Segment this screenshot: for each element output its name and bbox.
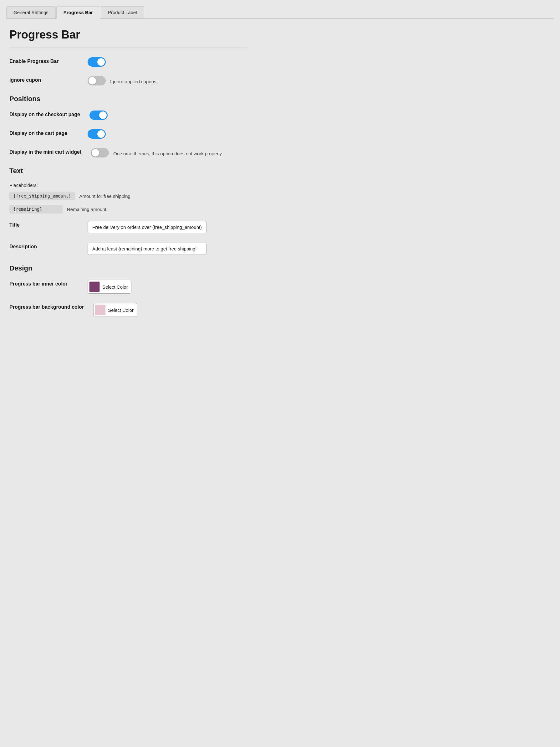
description-label: Description [9,242,78,250]
setting-bg-color: Progress bar background color Select Col… [9,303,247,317]
tabs-bar: General Settings Progress Bar Product La… [6,6,554,19]
setting-ignore-coupon: Ignore cupon Ignore applied cupons. [9,76,247,85]
design-section: Design Progress bar inner color Select C… [9,264,247,317]
description-control [88,242,207,255]
mini-cart-note: On some themes, this option does not wor… [113,150,223,156]
checkout-label: Display on the checkout page [9,110,80,118]
bg-color-swatch [95,305,105,315]
inner-color-button[interactable]: Select Color [88,280,131,294]
setting-title: Title [9,221,247,233]
toggle-thumb-cart [97,130,105,138]
ignore-coupon-control: Ignore applied cupons. [88,76,158,85]
title-input[interactable] [88,221,207,233]
mini-cart-label: Display in the mini cart widget [9,148,81,155]
setting-inner-color: Progress bar inner color Select Color [9,280,247,294]
placeholder-desc-2: Remaining amount. [67,207,108,212]
tab-general-settings[interactable]: General Settings [6,6,56,18]
setting-mini-cart: Display in the mini cart widget On some … [9,148,247,157]
enable-progress-bar-label: Enable Progress Bar [9,57,78,64]
bg-color-label: Progress bar background color [9,303,84,310]
placeholder-badge-2: {remaining} [9,205,62,213]
inner-color-label: Progress bar inner color [9,280,78,287]
mini-cart-toggle[interactable] [91,148,109,157]
description-input[interactable] [88,242,207,255]
checkout-control [89,110,108,120]
setting-cart: Display on the cart page [9,129,247,139]
mini-cart-control: On some themes, this option does not wor… [91,148,223,157]
placeholder-row-1: {free_shipping_amount} Amount for free s… [9,191,247,200]
bg-color-button[interactable]: Select Color [93,303,137,317]
text-section: Text Placeholders: {free_shipping_amount… [9,167,247,255]
tab-product-label[interactable]: Product Label [101,6,144,18]
text-header: Text [9,167,247,175]
cart-control [88,129,106,139]
title-divider [9,48,247,48]
placeholders-label: Placeholders: [9,182,247,188]
toggle-thumb-enable [97,58,105,66]
inner-color-button-label: Select Color [102,284,128,290]
title-control [88,221,207,233]
ignore-coupon-toggle[interactable] [88,76,106,85]
placeholder-row-2: {remaining} Remaining amount. [9,205,247,213]
inner-color-swatch [89,281,100,292]
page-content: Progress Bar Enable Progress Bar Ignore … [6,19,250,339]
page-title: Progress Bar [9,28,247,41]
ignore-coupon-note: Ignore applied cupons. [110,78,158,84]
setting-description: Description [9,242,247,255]
toggle-thumb-coupon [88,77,96,84]
checkout-toggle[interactable] [89,110,108,120]
enable-progress-bar-toggle[interactable] [88,57,106,67]
tab-progress-bar[interactable]: Progress Bar [56,6,100,19]
positions-section: Positions Display on the checkout page D… [9,95,247,157]
toggle-thumb-checkout [99,111,107,119]
cart-toggle[interactable] [88,129,106,139]
inner-color-control: Select Color [88,280,131,294]
title-label: Title [9,221,78,228]
positions-header: Positions [9,95,247,103]
enable-progress-bar-control [88,57,106,67]
placeholder-badge-1: {free_shipping_amount} [9,191,75,200]
bg-color-control: Select Color [93,303,137,317]
placeholder-desc-1: Amount for free shipping. [79,194,132,199]
cart-label: Display on the cart page [9,129,78,136]
design-header: Design [9,264,247,273]
ignore-coupon-label: Ignore cupon [9,76,78,83]
setting-enable-progress-bar: Enable Progress Bar [9,57,247,67]
setting-checkout: Display on the checkout page [9,110,247,120]
bg-color-button-label: Select Color [108,307,134,313]
